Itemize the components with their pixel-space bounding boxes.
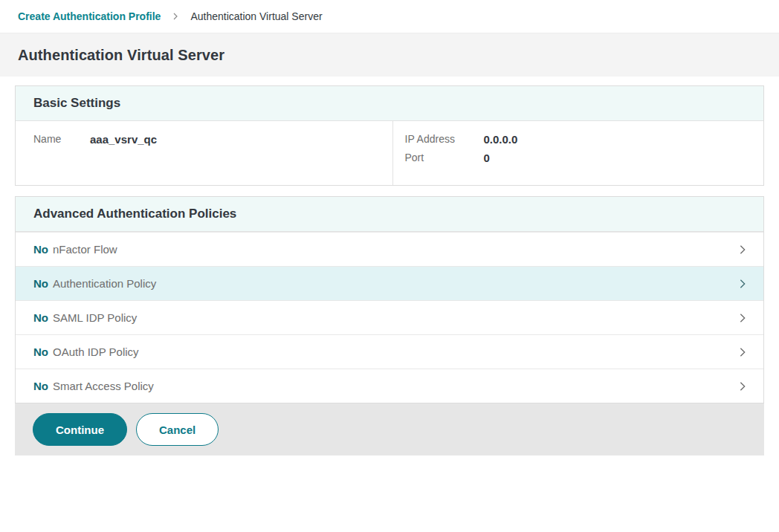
breadcrumb: Create Authentication Profile Authentica… bbox=[0, 0, 779, 33]
policy-row-nfactor-flow[interactable]: NonFactor Flow bbox=[16, 232, 763, 266]
port-value: 0 bbox=[484, 152, 490, 164]
policy-count: No bbox=[33, 346, 48, 358]
basic-settings-header[interactable]: Basic Settings bbox=[16, 86, 763, 121]
policy-row-text: NoOAuth IDP Policy bbox=[33, 346, 139, 358]
policy-count: No bbox=[33, 277, 48, 290]
name-label: Name bbox=[33, 133, 80, 146]
policy-row-text: NoSAML IDP Policy bbox=[33, 311, 137, 324]
policy-count: No bbox=[33, 243, 48, 256]
policy-label: OAuth IDP Policy bbox=[53, 346, 139, 358]
basic-settings-panel: Basic Settings Name aaa_vsrv_qc IP Addre… bbox=[15, 85, 764, 186]
advanced-policies-title: Advanced Authentication Policies bbox=[33, 207, 236, 221]
policy-label: Smart Access Policy bbox=[53, 380, 154, 392]
page-title-bar: Authentication Virtual Server bbox=[0, 33, 779, 77]
chevron-right-icon bbox=[737, 380, 749, 392]
policy-count: No bbox=[33, 380, 48, 392]
page-title: Authentication Virtual Server bbox=[18, 47, 224, 64]
breadcrumb-link-create-authentication-profile[interactable]: Create Authentication Profile bbox=[18, 10, 161, 22]
chevron-right-icon bbox=[737, 312, 749, 324]
port-field: Port 0 bbox=[405, 152, 746, 164]
policy-label: Authentication Policy bbox=[53, 277, 156, 290]
name-field: Name aaa_vsrv_qc bbox=[33, 133, 375, 146]
chevron-right-icon bbox=[737, 278, 749, 290]
chevron-right-icon bbox=[171, 12, 180, 21]
policy-label: nFactor Flow bbox=[53, 243, 117, 256]
policy-row-smart-access-policy[interactable]: NoSmart Access Policy bbox=[16, 369, 763, 403]
ip-address-label: IP Address bbox=[405, 133, 473, 146]
footer-action-bar: Continue Cancel bbox=[15, 403, 764, 455]
name-value: aaa_vsrv_qc bbox=[90, 133, 157, 146]
ip-address-value: 0.0.0.0 bbox=[484, 133, 518, 146]
ip-address-field: IP Address 0.0.0.0 bbox=[405, 133, 746, 146]
chevron-right-icon bbox=[737, 244, 749, 256]
port-label: Port bbox=[405, 152, 473, 164]
content-area: Basic Settings Name aaa_vsrv_qc IP Addre… bbox=[0, 77, 779, 455]
policy-row-text: NoAuthentication Policy bbox=[33, 277, 156, 290]
basic-settings-title: Basic Settings bbox=[33, 96, 120, 110]
policy-row-text: NoSmart Access Policy bbox=[33, 380, 154, 392]
advanced-policies-header[interactable]: Advanced Authentication Policies bbox=[16, 197, 763, 232]
breadcrumb-current: Authentication Virtual Server bbox=[190, 10, 322, 22]
cancel-button[interactable]: Cancel bbox=[136, 413, 219, 446]
continue-button[interactable]: Continue bbox=[33, 413, 127, 446]
policy-row-saml-idp-policy[interactable]: NoSAML IDP Policy bbox=[16, 300, 763, 334]
advanced-authentication-policies-panel: Advanced Authentication Policies NonFact… bbox=[15, 196, 764, 403]
policy-label: SAML IDP Policy bbox=[53, 311, 137, 324]
policy-row-text: NonFactor Flow bbox=[33, 243, 117, 256]
basic-settings-body: Name aaa_vsrv_qc IP Address 0.0.0.0 Port… bbox=[16, 121, 763, 185]
policy-row-authentication-policy[interactable]: NoAuthentication Policy bbox=[16, 266, 763, 300]
chevron-right-icon bbox=[737, 346, 749, 358]
policy-count: No bbox=[33, 311, 48, 324]
policy-row-oauth-idp-policy[interactable]: NoOAuth IDP Policy bbox=[16, 334, 763, 369]
basic-settings-left-column: Name aaa_vsrv_qc bbox=[16, 121, 392, 185]
basic-settings-right-column: IP Address 0.0.0.0 Port 0 bbox=[392, 121, 764, 185]
